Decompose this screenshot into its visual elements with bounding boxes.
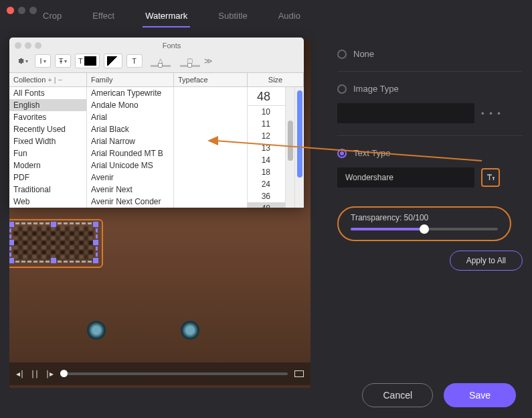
transparency-highlight: Transparency: 50/100 [337, 206, 511, 241]
typeface-list[interactable] [174, 87, 248, 208]
progress-bar[interactable] [60, 372, 288, 375]
radio-none[interactable] [337, 50, 347, 59]
list-item[interactable]: 36 [248, 190, 285, 202]
pause-button[interactable]: ∣∣ [31, 369, 39, 378]
collections-list[interactable]: All FontsEnglishFavoritesRecently UsedFi… [9, 87, 87, 208]
list-item[interactable]: Web [9, 196, 86, 208]
list-item[interactable]: Traditional [9, 184, 86, 196]
watermark-preview [13, 226, 94, 260]
fonts-popup[interactable]: Fonts ✽ ▾ I ▾ Ŧ ▾ T T △ ▢ ≫ Collection +… [9, 38, 304, 208]
list-item[interactable]: Avenir Next Conder [87, 196, 173, 208]
watermark-panel: None Image Type • • • Text Type Transpar… [311, 40, 523, 388]
popup-min-dot[interactable] [25, 42, 31, 49]
sizes-list[interactable]: 101112131418243648 [248, 106, 285, 208]
cancel-button[interactable]: Cancel [362, 383, 433, 407]
list-item[interactable]: English [9, 99, 86, 111]
tab-effect[interactable]: Effect [90, 7, 117, 27]
list-item[interactable]: 18 [248, 166, 285, 178]
tab-subtitle[interactable]: Subtitle [215, 7, 250, 27]
list-item[interactable]: Favorites [9, 111, 86, 123]
list-item[interactable]: All Fonts [9, 87, 86, 99]
list-item[interactable]: Avenir Next [87, 184, 173, 196]
popup-close-dot[interactable] [15, 42, 21, 49]
fonts-title: Fonts [45, 40, 298, 51]
list-item[interactable]: 11 [248, 118, 285, 130]
bg-color-button[interactable] [104, 54, 122, 68]
text-format-button[interactable] [481, 168, 500, 187]
col-collection[interactable]: Collection + | − [9, 73, 87, 86]
fonts-gear-menu[interactable]: ✽ ▾ [15, 55, 31, 68]
transparency-slider[interactable] [351, 228, 498, 230]
mini-slider-1[interactable] [151, 65, 171, 67]
radio-image-label: Image Type [353, 84, 399, 94]
list-item[interactable]: 48 [248, 202, 285, 208]
list-item[interactable]: American Typewrite [87, 87, 173, 99]
list-item[interactable]: Arial [87, 111, 173, 123]
fullscreen-button[interactable] [294, 370, 304, 377]
popup-max-dot[interactable] [35, 42, 41, 49]
col-typeface[interactable]: Typeface [174, 73, 248, 86]
list-item[interactable]: Arial Narrow [87, 135, 173, 147]
families-list[interactable]: American TypewriteAndale MonoArialArial … [87, 87, 174, 208]
watermark-text-input[interactable] [337, 167, 474, 188]
list-item[interactable]: 10 [248, 106, 285, 118]
list-item[interactable]: Andale Mono [87, 99, 173, 111]
list-item[interactable]: Modern [9, 159, 86, 171]
list-item[interactable]: Arial Rounded MT B [87, 147, 173, 159]
tab-audio[interactable]: Audio [276, 7, 303, 27]
save-button[interactable]: Save [444, 383, 516, 407]
tab-watermark[interactable]: Watermark [143, 7, 190, 27]
tab-crop[interactable]: Crop [40, 7, 64, 27]
player-controls: ◂∣ ∣∣ ∣▸ [9, 362, 311, 385]
list-item[interactable]: 13 [248, 142, 285, 154]
size-scrollbar-2[interactable] [294, 87, 304, 208]
line-style-menu[interactable]: Ŧ ▾ [55, 54, 71, 68]
col-family[interactable]: Family [87, 73, 174, 86]
image-browse-button[interactable]: • • • [481, 109, 502, 119]
transparency-label: Transparency: 50/100 [351, 213, 498, 222]
window-dot [18, 7, 25, 14]
text-style-menu[interactable]: I ▾ [35, 54, 51, 68]
size-input[interactable]: 48 [248, 87, 285, 106]
image-path-input[interactable] [337, 103, 474, 123]
text-color-button[interactable]: T [75, 54, 100, 68]
radio-image-type[interactable] [337, 84, 347, 94]
prev-frame-button[interactable]: ◂∣ [16, 369, 24, 378]
list-item[interactable]: Fixed Width [9, 135, 86, 147]
apply-to-all-button[interactable]: Apply to All [450, 251, 523, 271]
toolbar-overflow[interactable]: ≫ [204, 56, 213, 66]
window-dot [29, 7, 37, 14]
list-item[interactable]: Fun [9, 147, 86, 159]
list-item[interactable]: Avenir [87, 171, 173, 184]
close-window-dot[interactable] [7, 7, 14, 14]
list-item[interactable]: 12 [248, 130, 285, 142]
list-item[interactable]: 14 [248, 154, 285, 166]
next-frame-button[interactable]: ∣▸ [46, 369, 54, 378]
list-item[interactable]: Recently Used [9, 123, 86, 135]
list-item[interactable]: PDF [9, 171, 86, 184]
size-scrollbar-1[interactable] [285, 87, 294, 208]
col-size[interactable]: Size [248, 73, 304, 86]
editor-tabs: Crop Effect Watermark Subtitle Audio [0, 0, 532, 27]
text-tool-button[interactable]: T [126, 54, 143, 68]
radio-text-label: Text Type [353, 148, 390, 158]
list-item[interactable]: 24 [248, 178, 285, 190]
mini-slider-2[interactable] [180, 65, 200, 67]
fonts-toolbar: ✽ ▾ I ▾ Ŧ ▾ T T △ ▢ ≫ [9, 51, 304, 73]
radio-text-type[interactable] [337, 149, 347, 158]
list-item[interactable]: Arial Black [87, 123, 173, 135]
watermark-bounding-box[interactable] [9, 222, 98, 263]
radio-none-label: None [353, 49, 374, 59]
list-item[interactable]: Arial Unicode MS [87, 159, 173, 171]
